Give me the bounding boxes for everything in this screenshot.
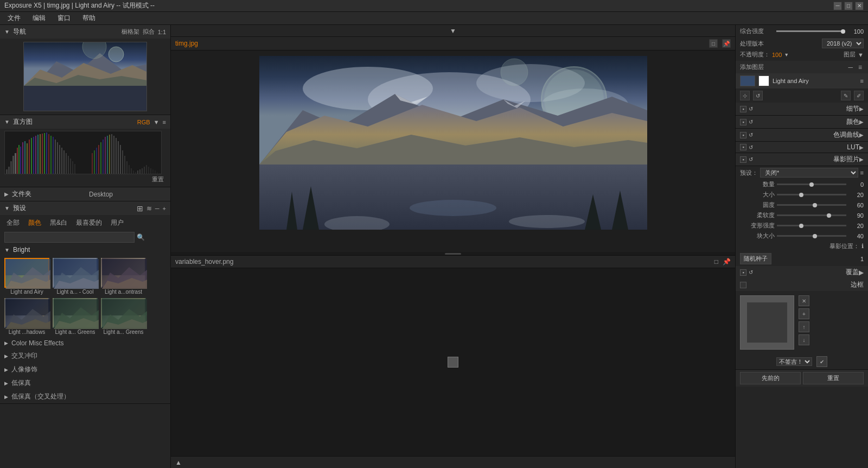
menu-help[interactable]: 帮助: [77, 12, 101, 24]
detail-section-header[interactable]: ▪ ↺ 细节 ▶: [736, 103, 868, 116]
film-preset-select[interactable]: 关闭*: [760, 168, 858, 178]
lut-section-header[interactable]: ▪ ↺ LUT ▶: [736, 142, 868, 153]
img-tool-square[interactable]: □: [709, 39, 718, 48]
layer-icon[interactable]: ▼: [858, 52, 864, 58]
tab-all[interactable]: 全部: [4, 217, 22, 229]
tab-color[interactable]: 颜色: [26, 217, 43, 229]
coverage-arrow[interactable]: ▶: [859, 269, 864, 276]
bottom-tool-pin[interactable]: 📌: [723, 258, 731, 265]
subcat-portrait[interactable]: 人像修饰: [0, 363, 170, 376]
film-arrow[interactable]: ▶: [859, 156, 864, 162]
tone-curve-section-header[interactable]: ▪ ↺ 色调曲线 ▶: [736, 129, 868, 142]
lut-arrow[interactable]: ▶: [859, 144, 864, 150]
slider-size-track[interactable]: [777, 194, 846, 195]
subcat-color-misc[interactable]: Color Misc Effects: [0, 337, 170, 349]
presets-header[interactable]: ▼ 预设 ⊞ ≋ ─ +: [0, 201, 170, 215]
minimize-button[interactable]: ─: [833, 2, 842, 10]
border-clear-btn[interactable]: ✕: [799, 295, 809, 306]
tab-user[interactable]: 用户: [108, 217, 126, 229]
tone-reset[interactable]: ↺: [749, 132, 753, 138]
color-arrow[interactable]: ▶: [859, 119, 864, 125]
menu-window[interactable]: 窗口: [52, 12, 76, 24]
border-load-btn[interactable]: ↑: [799, 321, 809, 332]
reset-button[interactable]: 重置: [803, 372, 864, 384]
presets-minus[interactable]: ─: [155, 205, 159, 212]
preset-light-greens2[interactable]: Light a... Greens: [101, 298, 146, 335]
add-layer-options[interactable]: ≡: [857, 64, 864, 71]
preset-group-bright[interactable]: ▼ Bright: [0, 244, 170, 256]
slider-soft-track[interactable]: [777, 214, 846, 216]
slider-block-track[interactable]: [777, 235, 846, 237]
nav-header[interactable]: ▼ 导航 橱格架 拟合 1:1: [0, 25, 170, 39]
menu-edit[interactable]: 编辑: [27, 12, 51, 24]
crop-tool[interactable]: ⊹: [740, 91, 750, 100]
strength-slider[interactable]: [776, 30, 845, 32]
subcat-cross[interactable]: 交叉冲印: [0, 349, 170, 363]
menu-file[interactable]: 文件: [2, 12, 26, 24]
erase-tool[interactable]: ✐: [854, 91, 864, 100]
toolbar-down-arrow[interactable]: ▼: [450, 27, 456, 35]
paint-tool[interactable]: ✎: [841, 91, 851, 100]
presets-plus[interactable]: +: [163, 205, 166, 212]
layer-item[interactable]: Light and Airy ≡: [736, 73, 868, 88]
prev-button[interactable]: 先前的: [740, 372, 801, 384]
hist-dropdown[interactable]: ▼: [154, 119, 159, 125]
hist-mode[interactable]: RGB: [137, 119, 150, 125]
slider-count-track[interactable]: [777, 184, 846, 185]
coverage-reset[interactable]: ↺: [749, 269, 753, 275]
lut-reset[interactable]: ↺: [749, 144, 753, 150]
opacity-dropdown[interactable]: ▼: [784, 52, 789, 58]
preset-search-input[interactable]: [4, 232, 135, 243]
subcat-lo-fi[interactable]: 低保真: [0, 376, 170, 390]
film-reset[interactable]: ↺: [749, 156, 753, 162]
file-header[interactable]: ▶ 文件夹 Desktop: [0, 187, 170, 201]
center-bottom-up-arrow[interactable]: ▲: [175, 459, 182, 466]
preset-light-cool[interactable]: Light a... - Cool: [53, 258, 98, 295]
preset-light-greens1[interactable]: Light a... Greens: [53, 298, 98, 335]
hist-options[interactable]: ≡: [163, 119, 166, 125]
tab-favorites[interactable]: 最喜爱的: [74, 217, 104, 229]
histogram-header[interactable]: ▼ 直方图 RGB ▼ ≡: [0, 115, 170, 129]
film-toggle[interactable]: ▪: [740, 156, 746, 163]
preset-light-contrast[interactable]: Light a...ontrast: [101, 258, 146, 295]
detail-arrow[interactable]: ▶: [859, 106, 864, 112]
slider-round-track[interactable]: [777, 204, 846, 206]
preset-light-and-airy[interactable]: Light and Airy: [4, 258, 49, 295]
tab-bw[interactable]: 黑&白: [48, 217, 69, 229]
slider-distort-track[interactable]: [777, 225, 846, 226]
hist-reset-button[interactable]: 重置: [4, 174, 166, 185]
layer-options-btn[interactable]: ≡: [860, 78, 864, 84]
img-tool-pin[interactable]: 📌: [722, 39, 731, 48]
color-toggle[interactable]: ▪: [740, 119, 746, 125]
nav-tool-1x[interactable]: 1:1: [158, 29, 166, 35]
version-select[interactable]: 2018 (v2): [822, 39, 864, 48]
tone-arrow[interactable]: ▶: [859, 132, 864, 138]
tone-toggle[interactable]: ▪: [740, 132, 746, 138]
nav-tool-grid[interactable]: 橱格架: [122, 28, 139, 36]
reset-tool-1[interactable]: ↺: [753, 91, 763, 100]
presets-grid-icon[interactable]: ⊞: [137, 204, 143, 213]
film-grain-section-header[interactable]: ▪ ↺ 暴影照片 ▶: [736, 153, 868, 166]
add-layer-minus[interactable]: ─: [846, 64, 854, 71]
opacity-value[interactable]: 100: [772, 52, 782, 58]
film-preset-more[interactable]: ≡: [860, 169, 864, 176]
border-select[interactable]: 不签吉！: [776, 357, 812, 366]
random-seed-button[interactable]: 随机种子: [740, 253, 771, 264]
grain-position-info[interactable]: ℹ: [861, 243, 864, 250]
lut-toggle[interactable]: ▪: [740, 144, 746, 150]
close-button[interactable]: ✕: [855, 2, 864, 10]
border-add-btn[interactable]: +: [799, 308, 809, 319]
border-apply-btn[interactable]: ✔: [816, 356, 827, 367]
border-checkbox[interactable]: [740, 282, 746, 288]
border-down-btn[interactable]: ↓: [799, 334, 809, 345]
subcat-lo-fi-cross[interactable]: 低保真（交叉处理）: [0, 390, 170, 403]
detail-toggle[interactable]: ▪: [740, 106, 746, 112]
nav-tool-fit[interactable]: 拟合: [143, 28, 155, 36]
coverage-header[interactable]: ▪ ↺ 覆盖 ▶: [736, 266, 868, 279]
bottom-tool-square[interactable]: □: [714, 258, 718, 265]
maximize-button[interactable]: □: [844, 2, 853, 10]
color-section-header[interactable]: ▪ ↺ 颜色 ▶: [736, 116, 868, 129]
coverage-toggle[interactable]: ▪: [740, 269, 746, 276]
color-reset[interactable]: ↺: [749, 119, 753, 125]
preset-light-shadows[interactable]: Light ...hadows: [4, 298, 49, 335]
